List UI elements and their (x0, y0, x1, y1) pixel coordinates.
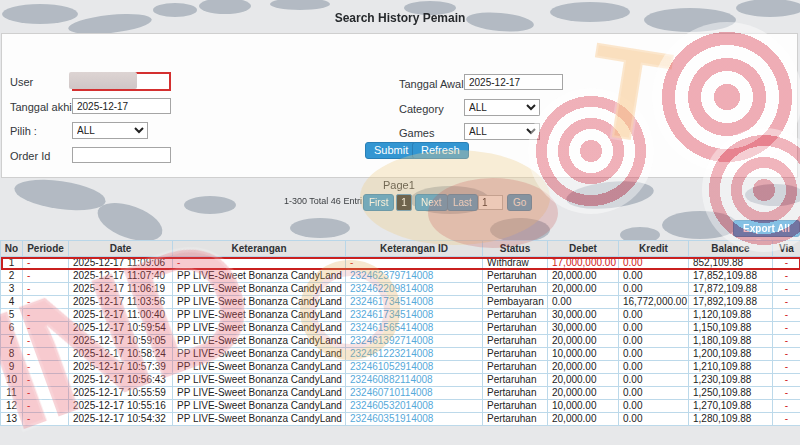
cell-date: 2025-12-17 10:59:05 (69, 335, 173, 348)
cell-kredit: 0.00 (619, 309, 689, 322)
cell-keterangan_id[interactable]: 232461052914008 (346, 361, 483, 374)
cell-no: 12 (1, 400, 23, 413)
column-header: Keterangan (173, 241, 346, 257)
cell-debet: 20,000.00 (548, 270, 619, 283)
submit-button[interactable]: Submit (365, 142, 417, 159)
cell-periode: - (23, 335, 69, 348)
page-number-label: Page1 (383, 179, 415, 191)
cell-balance: 1,200,109.88 (689, 348, 773, 361)
goto-page-input[interactable] (478, 195, 503, 210)
cell-keterangan: PP LIVE-Sweet Bonanza CandyLand (173, 413, 346, 426)
cell-kredit: 16,772,000.00 (619, 296, 689, 309)
games-select[interactable]: ALL (464, 123, 540, 140)
cell-keterangan_id[interactable]: 232462379714008 (346, 270, 483, 283)
cell-date: 2025-12-17 10:55:59 (69, 387, 173, 400)
cell-via: - (773, 270, 800, 283)
cell-balance: 1,210,109.88 (689, 361, 773, 374)
cell-kredit: 0.00 (619, 283, 689, 296)
next-page-button[interactable]: Next (415, 194, 448, 211)
cell-via: - (773, 348, 800, 361)
cell-no: 10 (1, 374, 23, 387)
export-all-data-button[interactable]: Export All Data (733, 220, 800, 237)
tanggal-akhir-input[interactable] (72, 98, 171, 114)
cell-date: 2025-12-17 11:06:19 (69, 283, 173, 296)
cell-debet: 17,000,000.00 (548, 257, 619, 270)
cell-kredit: 0.00 (619, 348, 689, 361)
cell-periode: - (23, 283, 69, 296)
cell-no: 2 (1, 270, 23, 283)
cell-status: Pertaruhan (483, 400, 548, 413)
cell-keterangan: PP LIVE-Sweet Bonanza CandyLand (173, 335, 346, 348)
category-label: Category (399, 103, 444, 115)
cell-balance: 1,250,109.88 (689, 387, 773, 400)
cell-keterangan_id[interactable]: 232461734514008 (346, 309, 483, 322)
cell-balance: 1,270,109.88 (689, 400, 773, 413)
order-id-input[interactable] (72, 147, 171, 163)
cell-via: - (773, 374, 800, 387)
user-field-wrap (72, 71, 171, 90)
cell-status: Pertaruhan (483, 283, 548, 296)
cell-date: 2025-12-17 11:09:06 (69, 257, 173, 270)
cell-balance: 1,230,109.88 (689, 374, 773, 387)
cell-kredit: 0.00 (619, 413, 689, 426)
cell-via: - (773, 283, 800, 296)
cell-keterangan: PP LIVE-Sweet Bonanza CandyLand (173, 374, 346, 387)
cell-keterangan: PP LIVE-Sweet Bonanza CandyLand (173, 309, 346, 322)
cell-date: 2025-12-17 11:03:56 (69, 296, 173, 309)
table-row: 6-2025-12-17 10:59:54PP LIVE-Sweet Bonan… (1, 322, 800, 335)
cell-kredit: 0.00 (619, 322, 689, 335)
cell-balance: 852,109.88 (689, 257, 773, 270)
cell-keterangan_id[interactable]: 232460710114008 (346, 387, 483, 400)
cell-no: 6 (1, 322, 23, 335)
cell-periode: - (23, 361, 69, 374)
cell-debet: 20,000.00 (548, 387, 619, 400)
last-page-button[interactable]: Last (447, 194, 478, 211)
cell-periode: - (23, 322, 69, 335)
column-header: No (1, 241, 23, 257)
cell-debet: 10,000.00 (548, 348, 619, 361)
cell-balance: 1,280,109.88 (689, 413, 773, 426)
cell-keterangan_id[interactable]: 232460351914008 (346, 413, 483, 426)
cell-debet: 20,000.00 (548, 361, 619, 374)
tanggal-awal-input[interactable] (464, 74, 563, 90)
table-row: 5-2025-12-17 11:00:40PP LIVE-Sweet Bonan… (1, 309, 800, 322)
cell-periode: - (23, 296, 69, 309)
cell-keterangan: PP LIVE-Sweet Bonanza CandyLand (173, 283, 346, 296)
cell-keterangan_id[interactable]: 232461565414008 (346, 322, 483, 335)
table-row: 2-2025-12-17 11:07:40PP LIVE-Sweet Bonan… (1, 270, 800, 283)
cell-status: Pertaruhan (483, 335, 548, 348)
go-button[interactable]: Go (507, 194, 532, 211)
pilih-select[interactable]: ALL (72, 122, 148, 139)
cell-balance: 17,872,109.88 (689, 283, 773, 296)
cell-keterangan_id[interactable]: 232461734514008 (346, 296, 483, 309)
cell-kredit: 0.00 (619, 361, 689, 374)
history-table: NoPeriodeDateKeteranganKeterangan IDStat… (0, 240, 800, 426)
table-row: 8-2025-12-17 10:58:24PP LIVE-Sweet Bonan… (1, 348, 800, 361)
cell-status: Pertaruhan (483, 387, 548, 400)
cell-no: 9 (1, 361, 23, 374)
cell-keterangan_id[interactable]: 232460882114008 (346, 374, 483, 387)
cell-keterangan_id: - (346, 257, 483, 270)
category-select[interactable]: ALL (464, 99, 540, 116)
cell-via: - (773, 257, 800, 270)
cell-keterangan_id[interactable]: 232461223214008 (346, 348, 483, 361)
history-table-body: 1-2025-12-17 11:09:06--Withdraw17,000,00… (1, 257, 800, 426)
cell-keterangan_id[interactable]: 232460532014008 (346, 400, 483, 413)
cell-keterangan_id[interactable]: 232462209814008 (346, 283, 483, 296)
first-page-button[interactable]: First (363, 194, 394, 211)
cell-no: 7 (1, 335, 23, 348)
cell-via: - (773, 413, 800, 426)
cell-status: Withdraw (483, 257, 548, 270)
column-header: Kredit (619, 241, 689, 257)
column-header: Keterangan ID (346, 241, 483, 257)
cell-periode: - (23, 400, 69, 413)
current-page-indicator[interactable]: 1 (396, 194, 412, 211)
cell-via: - (773, 400, 800, 413)
refresh-button[interactable]: Refresh (412, 142, 469, 159)
cell-status: Pertaruhan (483, 374, 548, 387)
cell-periode: - (23, 374, 69, 387)
cell-keterangan: PP LIVE-Sweet Bonanza CandyLand (173, 361, 346, 374)
cell-keterangan_id[interactable]: 232461392714008 (346, 335, 483, 348)
cell-debet: 30,000.00 (548, 309, 619, 322)
cell-via: - (773, 361, 800, 374)
